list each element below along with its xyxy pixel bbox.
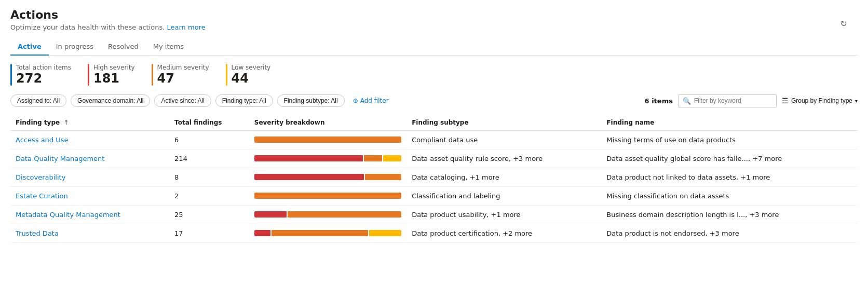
- severity-bar: [254, 193, 401, 199]
- search-box[interactable]: 🔍: [678, 94, 777, 107]
- col-finding-name: Finding name: [601, 115, 858, 131]
- add-filter-button[interactable]: ⊕ Add filter: [349, 95, 393, 106]
- table-row: Trusted Data17Data product certification…: [10, 224, 858, 242]
- group-by-button[interactable]: ☰ Group by Finding type ▾: [782, 97, 858, 105]
- finding-subtype-cell: Data cataloging, +1 more: [406, 168, 601, 186]
- severity-segment: [254, 137, 401, 143]
- finding-type-link[interactable]: Estate Curation: [16, 192, 68, 200]
- finding-subtype-cell: Data product usability, +1 more: [406, 205, 601, 224]
- stat-high-value: 181: [93, 71, 135, 86]
- col-finding-type[interactable]: Finding type ↑: [10, 115, 169, 131]
- total-findings-cell: 8: [169, 168, 249, 186]
- tab-in-progress[interactable]: In progress: [49, 38, 101, 56]
- stat-medium-label: Medium severity: [157, 64, 209, 71]
- severity-segment: [254, 230, 270, 236]
- severity-segment: [364, 155, 382, 161]
- add-filter-icon: ⊕: [353, 97, 358, 104]
- severity-segment: [383, 155, 401, 161]
- table-row: Estate Curation2Classification and label…: [10, 186, 858, 205]
- total-findings-cell: 6: [169, 130, 249, 149]
- severity-segment: [369, 230, 401, 236]
- stat-bar-total: [10, 64, 12, 86]
- page-title: Actions: [10, 8, 858, 21]
- stat-bar-medium: [152, 64, 153, 86]
- refresh-icon[interactable]: ↻: [840, 19, 847, 29]
- search-input[interactable]: [694, 97, 772, 104]
- severity-segment: [288, 211, 401, 218]
- severity-segment: [254, 155, 363, 161]
- stat-total-label: Total action items: [16, 64, 71, 71]
- stat-low-label: Low severity: [232, 64, 271, 71]
- stats-section: Total action items 272 High severity 181…: [10, 64, 858, 86]
- stat-total: Total action items 272: [10, 64, 71, 86]
- finding-type-link[interactable]: Trusted Data: [16, 229, 59, 237]
- severity-segment: [254, 174, 364, 180]
- group-by-icon: ☰: [782, 97, 789, 105]
- tab-active[interactable]: Active: [10, 38, 49, 56]
- filter-finding-type[interactable]: Finding type: All: [215, 94, 273, 107]
- filters-bar: Assigned to: All Governance domain: All …: [10, 94, 858, 107]
- stat-medium-value: 47: [157, 71, 209, 86]
- severity-segment: [254, 193, 401, 199]
- severity-bar: [254, 137, 401, 143]
- severity-bar: [254, 155, 401, 161]
- severity-breakdown-cell: [249, 149, 406, 168]
- finding-name-cell: Missing terms of use on data products: [601, 130, 858, 149]
- severity-bar: [254, 174, 401, 180]
- page-subtitle: Optimize your data health with these act…: [10, 23, 858, 31]
- group-by-label: Group by Finding type: [791, 97, 852, 104]
- finding-type-link[interactable]: Access and Use: [16, 136, 69, 144]
- finding-type-link[interactable]: Data Quality Management: [16, 155, 104, 162]
- filter-assigned-to[interactable]: Assigned to: All: [10, 94, 66, 107]
- finding-subtype-cell: Classification and labeling: [406, 186, 601, 205]
- severity-breakdown-cell: [249, 130, 406, 149]
- table-row: Access and Use6Compliant data useMissing…: [10, 130, 858, 149]
- col-severity-breakdown: Severity breakdown: [249, 115, 406, 131]
- finding-name-cell: Data product not linked to data assets, …: [601, 168, 858, 186]
- sort-icon-finding-type: ↑: [63, 119, 69, 126]
- finding-name-cell: Data product is not endorsed, +3 more: [601, 224, 858, 242]
- col-finding-subtype: Finding subtype: [406, 115, 601, 131]
- stat-total-value: 272: [16, 71, 71, 86]
- chevron-down-icon: ▾: [855, 98, 858, 104]
- total-findings-cell: 214: [169, 149, 249, 168]
- severity-bar: [254, 211, 401, 218]
- filter-finding-subtype[interactable]: Finding subtype: All: [277, 94, 345, 107]
- severity-bar: [254, 230, 401, 236]
- severity-breakdown-cell: [249, 224, 406, 242]
- table-row: Metadata Quality Management25Data produc…: [10, 205, 858, 224]
- stat-high-label: High severity: [93, 64, 135, 71]
- stat-low: Low severity 44: [226, 64, 271, 86]
- tab-my-items[interactable]: My items: [146, 38, 191, 56]
- finding-name-cell: Missing classification on data assets: [601, 186, 858, 205]
- finding-subtype-cell: Data asset quality rule score, +3 more: [406, 149, 601, 168]
- stat-medium: Medium severity 47: [152, 64, 209, 86]
- finding-subtype-cell: Compliant data use: [406, 130, 601, 149]
- total-findings-cell: 17: [169, 224, 249, 242]
- finding-name-cell: Data asset quality global score has fall…: [601, 149, 858, 168]
- filter-active-since[interactable]: Active since: All: [154, 94, 211, 107]
- severity-segment: [272, 230, 368, 236]
- table-row: Data Quality Management214Data asset qua…: [10, 149, 858, 168]
- stat-bar-high: [88, 64, 89, 86]
- tabs-container: Active In progress Resolved My items: [10, 38, 858, 56]
- filter-governance-domain[interactable]: Governance domain: All: [71, 94, 150, 107]
- stat-high: High severity 181: [88, 64, 135, 86]
- finding-subtype-cell: Data product certification, +2 more: [406, 224, 601, 242]
- severity-breakdown-cell: [249, 186, 406, 205]
- search-icon: 🔍: [683, 97, 691, 105]
- learn-more-link[interactable]: Learn more: [167, 23, 206, 31]
- table-row: Discoverability8Data cataloging, +1 more…: [10, 168, 858, 186]
- findings-table: Finding type ↑ Total findings Severity b…: [10, 115, 858, 243]
- table-header-row: Finding type ↑ Total findings Severity b…: [10, 115, 858, 131]
- severity-breakdown-cell: [249, 168, 406, 186]
- tab-resolved[interactable]: Resolved: [101, 38, 146, 56]
- severity-segment: [254, 211, 287, 218]
- items-count: 6 items: [645, 97, 673, 105]
- total-findings-cell: 25: [169, 205, 249, 224]
- finding-type-link[interactable]: Metadata Quality Management: [16, 211, 120, 219]
- finding-type-link[interactable]: Discoverability: [16, 173, 65, 181]
- add-filter-label: Add filter: [360, 97, 389, 104]
- stat-bar-low: [226, 64, 227, 86]
- stat-low-value: 44: [232, 71, 271, 86]
